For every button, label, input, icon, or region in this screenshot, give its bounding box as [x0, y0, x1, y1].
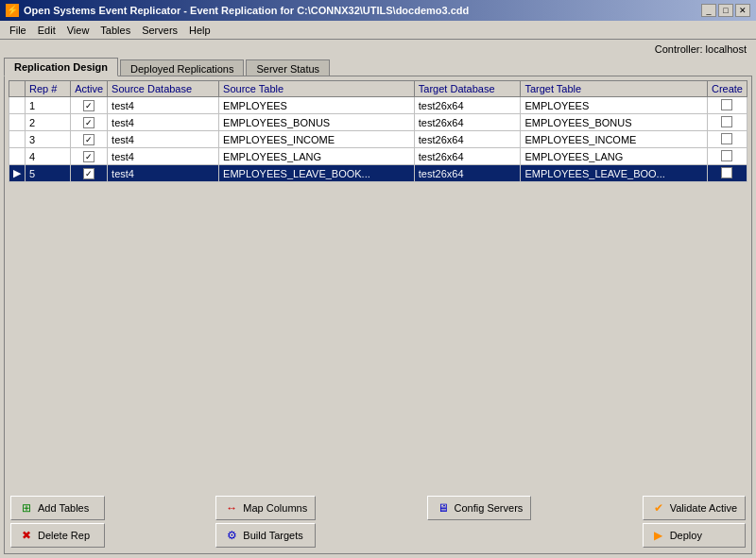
col-header-source-table[interactable]: Source Table	[219, 81, 415, 97]
cell-source-db: test4	[108, 165, 219, 182]
cell-target-table: EMPLOYEES_BONUS	[521, 114, 708, 131]
cell-active[interactable]	[71, 148, 108, 165]
cell-active[interactable]	[71, 114, 108, 131]
row-indicator: ▶	[9, 165, 26, 182]
menu-bar: File Edit View Tables Servers Help	[0, 21, 756, 40]
add-tables-icon: ⊞	[19, 500, 34, 516]
cell-target-db: test26x64	[414, 131, 521, 148]
cell-rep: 3	[26, 131, 71, 148]
col-header-active[interactable]: Active	[71, 81, 108, 97]
col-header-indicator	[9, 81, 26, 97]
bottom-buttons: ⊞ Add Tables ✖ Delete Rep ↔ Map Columns …	[9, 492, 747, 550]
cell-target-db: test26x64	[414, 97, 521, 114]
left-buttons: ⊞ Add Tables ✖ Delete Rep	[10, 496, 105, 548]
cell-create[interactable]	[707, 114, 747, 131]
cell-create[interactable]	[707, 97, 747, 114]
cell-source-table: EMPLOYEES	[219, 97, 415, 114]
menu-servers[interactable]: Servers	[136, 24, 183, 37]
content-area: Rep # Active Source Database Source Tabl…	[4, 76, 752, 554]
config-servers-icon: 🖥	[436, 500, 451, 516]
col-header-create[interactable]: Create	[707, 81, 747, 97]
build-targets-icon: ⚙	[224, 528, 239, 543]
delete-rep-icon: ✖	[19, 528, 34, 543]
delete-rep-button[interactable]: ✖ Delete Rep	[10, 523, 105, 548]
menu-edit[interactable]: Edit	[32, 24, 61, 37]
build-targets-button[interactable]: ⚙ Build Targets	[215, 523, 316, 548]
table-row[interactable]: 2test4EMPLOYEES_BONUStest26x64EMPLOYEES_…	[9, 114, 747, 131]
cell-active[interactable]	[71, 131, 108, 148]
map-columns-button[interactable]: ↔ Map Columns	[215, 496, 316, 520]
cell-source-table: EMPLOYEES_LANG	[219, 148, 415, 165]
main-window: Controller: localhost Replication Design…	[0, 40, 756, 558]
cell-create[interactable]	[707, 131, 747, 148]
map-columns-icon: ↔	[224, 500, 239, 516]
menu-view[interactable]: View	[61, 24, 95, 37]
cell-source-db: test4	[108, 114, 219, 131]
close-button[interactable]: ✕	[735, 4, 750, 17]
table-row[interactable]: 3test4EMPLOYEES_INCOMEtest26x64EMPLOYEES…	[9, 131, 747, 148]
cell-source-table: EMPLOYEES_LEAVE_BOOK...	[219, 165, 415, 182]
cell-rep: 4	[26, 148, 71, 165]
col-header-target-db[interactable]: Target Database	[414, 81, 521, 97]
maximize-button[interactable]: □	[718, 4, 733, 17]
row-indicator	[9, 148, 26, 165]
cell-target-table: EMPLOYEES_LANG	[521, 148, 708, 165]
row-indicator	[9, 131, 26, 148]
row-indicator	[9, 97, 26, 114]
replication-table: Rep # Active Source Database Source Tabl…	[9, 80, 747, 182]
col-header-target-table[interactable]: Target Table	[521, 81, 708, 97]
tab-replication-design[interactable]: Replication Design	[4, 58, 118, 76]
cell-rep: 2	[26, 114, 71, 131]
menu-help[interactable]: Help	[183, 24, 216, 37]
col-header-rep[interactable]: Rep #	[26, 81, 71, 97]
config-servers-button[interactable]: 🖥 Config Servers	[427, 496, 532, 520]
title-bar: ⚡ Open Systems Event Replicator - Event …	[0, 0, 756, 21]
validate-active-icon: ✔	[651, 500, 666, 516]
table-row[interactable]: 4test4EMPLOYEES_LANGtest26x64EMPLOYEES_L…	[9, 148, 747, 165]
center-right-buttons: 🖥 Config Servers	[427, 496, 532, 548]
cell-create[interactable]	[707, 148, 747, 165]
right-buttons: ✔ Validate Active ▶ Deploy	[643, 496, 746, 548]
cell-rep: 1	[26, 97, 71, 114]
menu-tables[interactable]: Tables	[94, 24, 136, 37]
title-bar-buttons: _ □ ✕	[701, 4, 750, 17]
col-header-source-db[interactable]: Source Database	[108, 81, 219, 97]
cell-rep: 5	[26, 165, 71, 182]
cell-source-db: test4	[108, 148, 219, 165]
center-buttons: ↔ Map Columns ⚙ Build Targets	[215, 496, 316, 548]
validate-active-button[interactable]: ✔ Validate Active	[643, 496, 746, 520]
table-row[interactable]: 1test4EMPLOYEEStest26x64EMPLOYEES	[9, 97, 747, 114]
title-bar-title: ⚡ Open Systems Event Replicator - Event …	[6, 4, 469, 17]
cell-target-db: test26x64	[414, 114, 521, 131]
cell-target-table: EMPLOYEES	[521, 97, 708, 114]
row-indicator	[9, 114, 26, 131]
table-wrapper: Rep # Active Source Database Source Tabl…	[9, 80, 747, 492]
add-tables-button[interactable]: ⊞ Add Tables	[10, 496, 105, 520]
cell-source-table: EMPLOYEES_BONUS	[219, 114, 415, 131]
cell-create[interactable]	[707, 165, 747, 182]
cell-source-table: EMPLOYEES_INCOME	[219, 131, 415, 148]
cell-active[interactable]	[71, 165, 108, 182]
deploy-button[interactable]: ▶ Deploy	[643, 523, 746, 548]
tabs-container: Replication Design Deployed Replications…	[4, 57, 752, 76]
table-row[interactable]: ▶5test4EMPLOYEES_LEAVE_BOOK...test26x64E…	[9, 165, 747, 182]
cell-target-db: test26x64	[414, 148, 521, 165]
minimize-button[interactable]: _	[701, 4, 716, 17]
cell-active[interactable]	[71, 97, 108, 114]
cell-source-db: test4	[108, 97, 219, 114]
cell-target-table: EMPLOYEES_INCOME	[521, 131, 708, 148]
deploy-icon: ▶	[651, 528, 666, 543]
menu-file[interactable]: File	[4, 24, 32, 37]
controller-label: Controller: localhost	[4, 43, 752, 57]
cell-target-table: EMPLOYEES_LEAVE_BOO...	[521, 165, 708, 182]
cell-source-db: test4	[108, 131, 219, 148]
cell-target-db: test26x64	[414, 165, 521, 182]
app-icon: ⚡	[6, 4, 19, 17]
